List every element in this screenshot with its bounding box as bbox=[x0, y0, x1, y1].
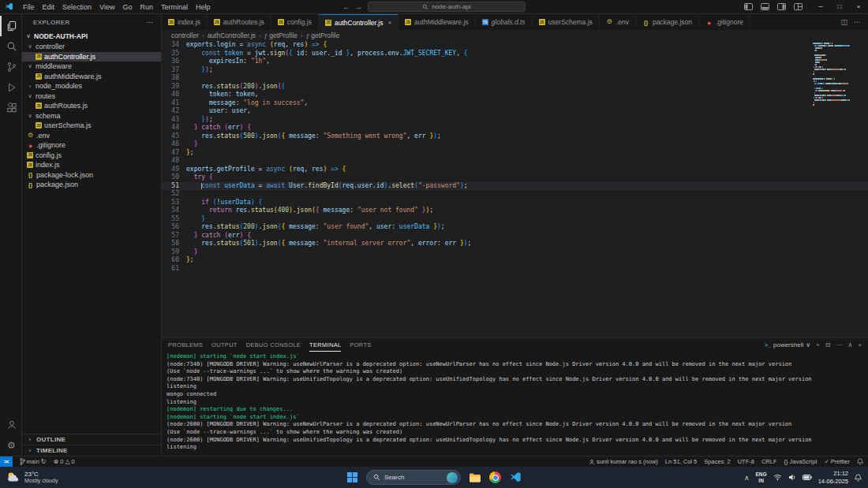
start-button[interactable] bbox=[346, 471, 359, 484]
language-indicator[interactable]: ENG IN bbox=[756, 471, 767, 484]
code-line[interactable]: 41 message: "log in success", bbox=[162, 99, 868, 108]
notifications-bell-icon[interactable] bbox=[857, 458, 863, 465]
activity-extensions[interactable] bbox=[0, 98, 21, 118]
menu-edit[interactable]: Edit bbox=[39, 3, 59, 11]
project-root[interactable]: ∨ NODE-AUTH-API bbox=[22, 30, 161, 42]
file-explorer-button[interactable] bbox=[468, 471, 481, 484]
tree-file-authMiddleware.js[interactable]: JSauthMiddleware.js bbox=[22, 72, 161, 82]
tree-file-index.js[interactable]: JSindex.js bbox=[22, 160, 161, 170]
tab-package.json[interactable]: {}package.json bbox=[636, 14, 699, 30]
account-icon[interactable] bbox=[0, 415, 21, 435]
menu-run[interactable]: Run bbox=[136, 3, 157, 11]
notifications-bell-icon[interactable] bbox=[855, 474, 862, 482]
panel-more-actions-icon[interactable]: ⋯ bbox=[836, 341, 842, 348]
account-status[interactable]: sunil kumar rao s (now) bbox=[589, 458, 658, 465]
minimap[interactable] bbox=[813, 43, 859, 109]
activity-source-control[interactable] bbox=[0, 57, 21, 77]
clock[interactable]: 21:12 14-06-2025 bbox=[818, 470, 848, 485]
formatter-indicator[interactable]: ✓ Prettier bbox=[825, 458, 850, 465]
problems-indicator[interactable]: ⊗ 0 △ 0 bbox=[54, 458, 75, 465]
tree-file-.gitignore[interactable]: ◆.gitignore bbox=[22, 140, 161, 151]
panel-tab-terminal[interactable]: TERMINAL bbox=[309, 338, 341, 352]
code-line[interactable]: 49exports.getProfile = async (req, res) … bbox=[162, 166, 868, 174]
taskbar-search[interactable]: Search bbox=[366, 470, 461, 485]
forward-icon[interactable]: → bbox=[355, 3, 362, 11]
tab-.env[interactable]: ⚙.env bbox=[600, 14, 636, 30]
code-line[interactable]: 48 bbox=[162, 157, 868, 166]
maximize-panel-icon[interactable]: ∧ bbox=[847, 341, 852, 348]
activity-explorer[interactable] bbox=[0, 16, 21, 36]
code-line[interactable]: 56 res.status(200).json({ message: "user… bbox=[162, 223, 868, 232]
code-editor[interactable]: 34exports.login = async (req, res) => {3… bbox=[162, 41, 868, 337]
wifi-icon[interactable] bbox=[773, 474, 782, 481]
split-terminal-icon[interactable]: ⊟ bbox=[825, 341, 831, 348]
code-line[interactable]: 58 res.status(501).json({ message: "inte… bbox=[162, 240, 868, 248]
code-line[interactable]: 37 }); bbox=[162, 66, 868, 75]
indentation[interactable]: Spaces: 2 bbox=[704, 458, 730, 465]
breadcrumb-item[interactable]: ƒgetProfile bbox=[264, 32, 297, 39]
tab-config.js[interactable]: JSconfig.js bbox=[271, 14, 319, 30]
outline-section[interactable]: › OUTLINE bbox=[22, 434, 161, 445]
tree-folder-middleware[interactable]: ∨middleware bbox=[22, 61, 161, 72]
menu-file[interactable]: File bbox=[19, 3, 39, 11]
tree-file-authRoutes.js[interactable]: JSauthRoutes.js bbox=[22, 101, 161, 111]
panel-tab-ports[interactable]: PORTS bbox=[350, 338, 371, 352]
activity-run-debug[interactable] bbox=[0, 77, 21, 98]
code-line[interactable]: 36 expiresIn: "1h", bbox=[162, 58, 868, 66]
toggle-secondary-sidebar-icon[interactable] bbox=[773, 3, 790, 11]
code-line[interactable]: 54 return res.status(400).json({ message… bbox=[162, 207, 868, 215]
code-line[interactable]: 60}; bbox=[162, 256, 868, 265]
weather-widget[interactable]: 23°C Mostly cloudy bbox=[0, 471, 58, 484]
remote-indicator[interactable]: >< bbox=[0, 456, 13, 467]
menu-terminal[interactable]: Terminal bbox=[157, 3, 192, 11]
breadcrumb-item[interactable]: authController.js bbox=[208, 32, 256, 39]
chrome-button[interactable] bbox=[488, 471, 502, 484]
maximize-button[interactable]: □ bbox=[830, 0, 849, 13]
menu-go[interactable]: Go bbox=[118, 3, 136, 11]
tree-folder-routes[interactable]: ∨routes bbox=[22, 91, 161, 102]
language-mode[interactable]: {} JavaScript bbox=[784, 458, 817, 465]
code-line[interactable]: 57 } catch (err) { bbox=[162, 232, 868, 240]
tab-authMiddleware.js[interactable]: JSauthMiddleware.js bbox=[398, 14, 476, 30]
tab-authController.js[interactable]: JSauthController.js× bbox=[319, 14, 398, 30]
breadcrumb-item[interactable]: ƒgetProfile bbox=[306, 32, 339, 39]
code-line[interactable]: 34exports.login = async (req, res) => { bbox=[162, 41, 868, 50]
tab-userSchema.js[interactable]: JSuserSchema.js bbox=[533, 14, 600, 30]
code-line[interactable]: 53 if (!userData) { bbox=[162, 199, 868, 207]
breadcrumb-item[interactable]: controller bbox=[171, 32, 199, 39]
branch-indicator[interactable]: main ↻ bbox=[20, 458, 47, 465]
code-line[interactable]: 39 res.status(200).json({ bbox=[162, 83, 868, 91]
tree-file-userSchema.js[interactable]: JSuserSchema.js bbox=[22, 121, 161, 131]
timeline-section[interactable]: › TIMELINE bbox=[22, 445, 161, 456]
cursor-position[interactable]: Ln 51, Col 5 bbox=[665, 458, 697, 465]
tree-file-authController.js[interactable]: JSauthController.js bbox=[22, 52, 161, 62]
toggle-sidebar-icon[interactable] bbox=[740, 3, 757, 11]
customize-layout-icon[interactable] bbox=[790, 3, 806, 11]
activity-search[interactable] bbox=[0, 36, 21, 57]
panel-tab-debug-console[interactable]: DEBUG CONSOLE bbox=[246, 338, 301, 352]
tab-authRoutes.js[interactable]: JSauthRoutes.js bbox=[208, 14, 271, 30]
code-line[interactable]: 52 bbox=[162, 190, 868, 199]
editor-more-actions-icon[interactable]: ⋯ bbox=[854, 18, 861, 26]
close-panel-icon[interactable]: × bbox=[858, 341, 862, 348]
tree-folder-controller[interactable]: ∨controller bbox=[22, 42, 161, 52]
code-line[interactable]: 59 } bbox=[162, 248, 868, 257]
command-center-search[interactable]: node-auth-api bbox=[368, 2, 526, 12]
tab-.gitignore[interactable]: ◆.gitignore bbox=[699, 14, 750, 30]
tree-file-package-lock.json[interactable]: {}package-lock.json bbox=[22, 170, 161, 181]
explorer-more-actions-icon[interactable]: ⋯ bbox=[147, 19, 153, 26]
vscode-button[interactable] bbox=[509, 471, 522, 484]
battery-icon[interactable] bbox=[803, 475, 812, 480]
code-line[interactable]: 38 bbox=[162, 74, 868, 83]
code-line[interactable]: 45 res.status(500).json({ message: "Some… bbox=[162, 132, 868, 141]
code-line[interactable]: 35 const token = jwt.sign({ id: user._id… bbox=[162, 50, 868, 58]
code-line[interactable]: 51 const userData = await User.findById(… bbox=[162, 182, 868, 191]
tree-file-.env[interactable]: ⚙.env bbox=[22, 131, 161, 141]
close-icon[interactable]: × bbox=[387, 19, 391, 26]
tree-file-config.js[interactable]: JSconfig.js bbox=[22, 151, 161, 161]
code-line[interactable]: 43 }); bbox=[162, 116, 868, 125]
code-line[interactable]: 47}; bbox=[162, 149, 868, 158]
menu-selection[interactable]: Selection bbox=[58, 3, 95, 11]
eol-indicator[interactable]: CRLF bbox=[761, 458, 777, 465]
back-icon[interactable]: ← bbox=[342, 3, 350, 11]
